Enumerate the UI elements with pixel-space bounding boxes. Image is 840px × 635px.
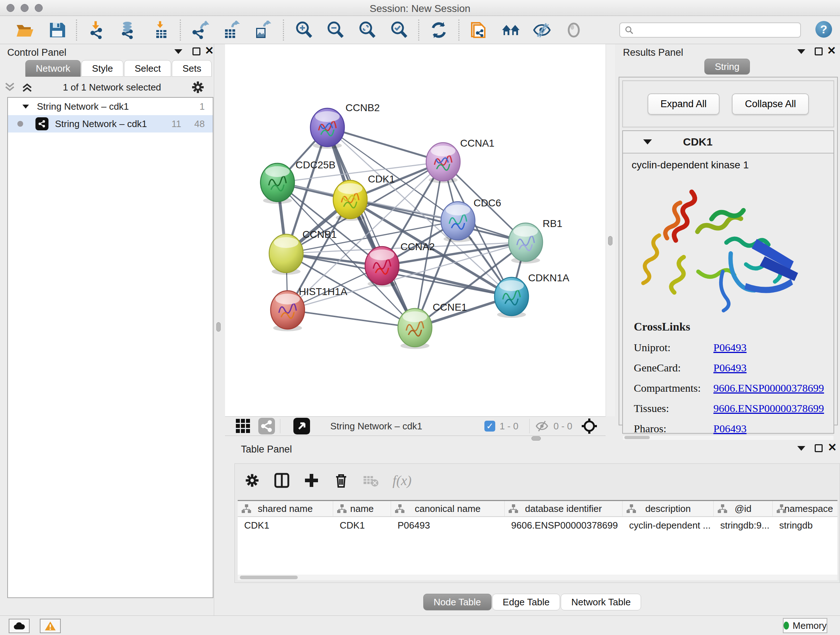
tab-node-table[interactable]: Node Table (423, 594, 492, 610)
crosslink-link[interactable]: 9606.ENSP00000378699 (714, 382, 824, 394)
table-row[interactable]: CDK1CDK1P064939606.ENSP00000378699cyclin… (238, 517, 837, 534)
splitter-handle[interactable] (216, 322, 221, 332)
node-HIST1H1A[interactable]: HIST1H1A (271, 286, 347, 331)
node-CDC6[interactable]: CDC6 (441, 197, 501, 242)
hide-unhide-button[interactable] (532, 20, 552, 40)
help-button[interactable]: ? (815, 21, 832, 38)
collapse-all-icon[interactable] (4, 82, 16, 93)
export-network-button[interactable] (189, 20, 210, 40)
table-cell[interactable]: cyclin-dependent ... (622, 517, 714, 534)
table-cell[interactable]: 9606.ENSP00000378699 (505, 517, 622, 534)
table-cell[interactable]: stringdb (773, 517, 837, 534)
table-cell[interactable]: stringdb:9... (714, 517, 773, 534)
table-panel-float-icon[interactable] (815, 444, 823, 452)
homes-button[interactable] (501, 20, 521, 40)
add-column-icon[interactable] (303, 472, 319, 488)
export-image-button[interactable] (252, 20, 272, 40)
control-panel-collapse-icon[interactable] (174, 49, 182, 54)
detach-view-icon[interactable] (294, 418, 310, 434)
export-table-button[interactable] (221, 20, 241, 40)
entry-expander-icon[interactable] (643, 139, 652, 144)
cdk1-card-header[interactable]: CDK1 (623, 131, 834, 154)
control-panel-float-icon[interactable] (193, 48, 201, 55)
tab-select[interactable]: Select (124, 60, 171, 77)
network-tree-child-row[interactable]: String Network – cdk1 11 48 (8, 115, 213, 133)
results-panel-collapse-icon[interactable] (797, 49, 805, 54)
crosslink-link[interactable]: P06493 (714, 362, 747, 374)
cloud-button[interactable] (9, 619, 30, 633)
string-view-icon[interactable] (258, 418, 275, 434)
zoom-fit-button[interactable] (357, 20, 377, 40)
table-gear-icon[interactable] (244, 472, 260, 488)
control-panel-close-icon[interactable]: ✕ (205, 47, 214, 55)
column-header-namespace[interactable]: namespace (773, 501, 837, 516)
node-CCNA1[interactable]: CCNA1 (426, 138, 494, 183)
table-panel-close-icon[interactable]: ✕ (828, 443, 837, 451)
tab-edge-table[interactable]: Edge Table (493, 594, 561, 610)
crosslink-link[interactable]: P06493 (714, 341, 747, 354)
column-header-canonical-name[interactable]: canonical name (391, 501, 505, 516)
toolbar-search[interactable] (619, 22, 801, 38)
gear-icon[interactable] (191, 80, 205, 95)
show-graphics-button[interactable] (564, 20, 584, 40)
results-panel-float-icon[interactable] (815, 48, 823, 55)
tab-network-table[interactable]: Network Table (561, 594, 641, 610)
splitter-handle[interactable] (608, 236, 613, 245)
left-panel-splitter[interactable] (214, 44, 225, 616)
node-CDKN1A[interactable]: CDKN1A (494, 272, 569, 318)
tab-style[interactable]: Style (81, 60, 123, 77)
crosslink-link[interactable]: P06493 (714, 423, 747, 435)
open-session-button[interactable] (14, 20, 35, 40)
edge-CCNB2-CCNE1[interactable] (327, 127, 415, 328)
import-network-file-button[interactable] (87, 20, 107, 40)
splitter-handle[interactable] (531, 436, 541, 440)
column-header-name[interactable]: name (333, 501, 391, 516)
column-header-shared-name[interactable]: shared name (238, 501, 333, 516)
selected-checkbox-icon[interactable]: ✓ (485, 421, 495, 432)
import-table-button[interactable] (151, 20, 172, 40)
tab-string[interactable]: String (704, 59, 750, 74)
crosslink-link[interactable]: 9606.ENSP00000378699 (714, 402, 824, 415)
string-import-button[interactable] (468, 20, 488, 40)
memory-button[interactable]: Memory (783, 618, 827, 633)
table-horizontal-scrollbar[interactable] (238, 575, 837, 580)
edge-CCNE1-HIST1H1A[interactable] (287, 310, 415, 328)
zoom-in-button[interactable] (294, 20, 314, 40)
warnings-button[interactable] (40, 619, 61, 633)
table-cell[interactable]: CDK1 (333, 517, 391, 534)
network-graph[interactable]: CCNB2CCNA1CDC25BCDK1CDC6RB1CCNB1CCNA2CDK… (225, 44, 606, 416)
column-header--id[interactable]: @id (714, 501, 773, 516)
table-cell[interactable]: P06493 (391, 517, 505, 534)
refresh-button[interactable] (429, 20, 449, 40)
search-input[interactable] (637, 25, 792, 35)
node-CCNE1[interactable]: CCNE1 (398, 302, 467, 349)
column-header-database-identifier[interactable]: database identifier (505, 501, 622, 516)
node-RB1[interactable]: RB1 (508, 218, 562, 264)
tab-network[interactable]: Network (25, 60, 81, 77)
tab-sets[interactable]: Sets (172, 60, 212, 77)
tree-expander-icon[interactable] (22, 105, 29, 109)
birdseye-icon[interactable] (581, 418, 598, 434)
select-columns-icon[interactable] (274, 472, 290, 488)
save-session-button[interactable] (47, 20, 67, 40)
hidden-eye-slash-icon[interactable] (535, 419, 549, 433)
node-CDK1[interactable]: CDK1 (333, 173, 395, 221)
node-CCNB2[interactable]: CCNB2 (310, 102, 380, 149)
expand-all-button[interactable]: Expand All (647, 93, 720, 115)
edge-CCNB2-CCNA1[interactable] (327, 127, 443, 162)
table-cell[interactable]: CDK1 (238, 517, 333, 534)
collapse-all-button[interactable]: Collapse All (732, 93, 809, 115)
results-horizontal-scrollbar[interactable] (623, 435, 834, 440)
function-builder-icon[interactable]: f(x) (393, 472, 412, 488)
import-network-database-button[interactable] (118, 20, 138, 40)
expand-all-icon[interactable] (21, 82, 33, 93)
node-CDC25B[interactable]: CDC25B (261, 159, 335, 204)
grid-view-icon[interactable] (235, 418, 251, 434)
zoom-selected-button[interactable] (389, 20, 409, 40)
results-panel-close-icon[interactable]: ✕ (827, 47, 836, 55)
right-panel-splitter[interactable] (606, 44, 615, 416)
network-view-canvas[interactable]: CCNB2CCNA1CDC25BCDK1CDC6RB1CCNB1CCNA2CDK… (225, 44, 606, 416)
table-panel-collapse-icon[interactable] (797, 446, 805, 451)
network-tree-root-row[interactable]: String Network – cdk1 1 (8, 98, 213, 115)
column-header-description[interactable]: description (622, 501, 714, 516)
